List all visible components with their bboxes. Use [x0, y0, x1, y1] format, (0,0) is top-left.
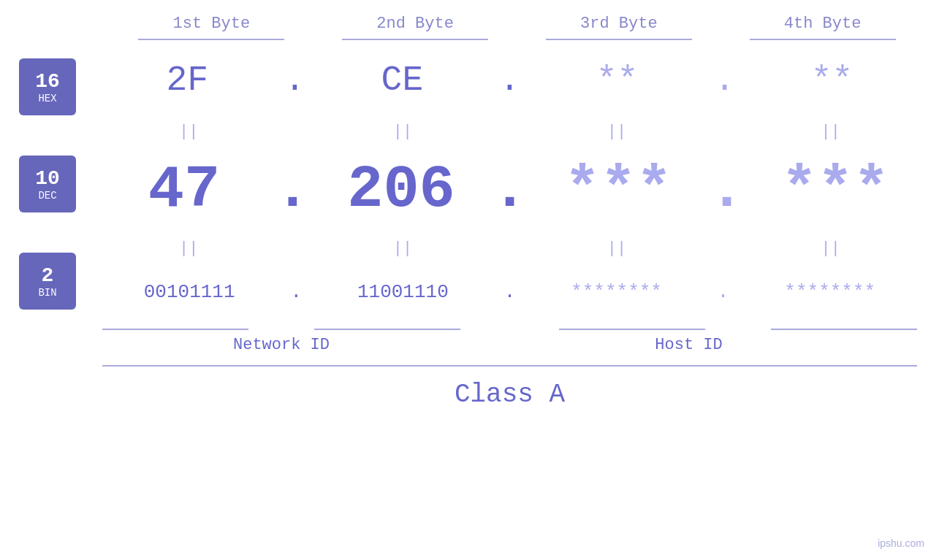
bin-row: 00101111 . 11001110 . ******** . *******… — [95, 259, 924, 325]
hex-byte-3: ** — [544, 61, 691, 100]
dec-badge: 10 DEC — [19, 156, 76, 212]
bin-number: 2 — [42, 264, 54, 287]
eq1-3: || — [544, 123, 690, 141]
host-bracket-right — [771, 329, 917, 330]
section-brackets — [95, 329, 924, 330]
dec-dot-2: . — [492, 156, 528, 224]
bin-byte-3: ******** — [544, 281, 690, 303]
main-container: 1st Byte 2nd Byte 3rd Byte 4th Byte 16 H… — [0, 0, 939, 560]
bin-byte-1: 00101111 — [116, 281, 262, 303]
net-bracket-left — [102, 329, 248, 330]
eq1-4: || — [758, 123, 904, 141]
ip-display: 2F . CE . ** . ** || || || || 47 — [95, 40, 939, 560]
byte-headers: 1st Byte 2nd Byte 3rd Byte 4th Byte — [110, 15, 924, 33]
base-badges: 16 HEX 10 DEC 2 BIN — [0, 40, 95, 560]
eq1-2: || — [330, 123, 476, 141]
hex-dot-1: . — [284, 61, 305, 100]
eq2-4: || — [758, 239, 904, 258]
bin-byte-4: ******** — [757, 281, 903, 303]
bin-dot-1: . — [290, 281, 302, 303]
hex-byte-4: ** — [759, 61, 905, 100]
dec-number: 10 — [35, 167, 60, 190]
equals-row-1: || || || || — [95, 120, 924, 142]
byte-header-3: 3rd Byte — [539, 15, 699, 33]
dec-byte-2: 206 — [328, 156, 474, 224]
host-bracket-left — [559, 329, 705, 330]
class-bracket — [102, 365, 917, 367]
hex-badge: 16 HEX — [19, 58, 76, 115]
hex-dot-2: . — [499, 61, 520, 100]
dec-byte-3: *** — [545, 156, 691, 224]
net-bracket-right — [314, 329, 460, 330]
dec-dot-1: . — [275, 156, 311, 224]
bin-dot-3: . — [718, 281, 729, 303]
dec-row: 47 . 206 . *** . *** — [95, 142, 924, 237]
content-area: 16 HEX 10 DEC 2 BIN 2F . CE . ** . ** — [0, 40, 939, 560]
watermark: ipshu.com — [878, 537, 924, 549]
bin-byte-2: 11001110 — [330, 281, 476, 303]
eq2-3: || — [544, 239, 690, 258]
dec-byte-1: 47 — [111, 156, 257, 224]
bin-dot-2: . — [504, 281, 516, 303]
eq2-2: || — [330, 239, 476, 258]
bin-label: BIN — [38, 287, 56, 299]
hex-row: 2F . CE . ** . ** — [95, 40, 924, 120]
byte-header-2: 2nd Byte — [335, 15, 495, 33]
byte-header-1: 1st Byte — [131, 15, 292, 33]
dec-byte-4: *** — [762, 156, 908, 224]
bin-badge: 2 BIN — [19, 253, 76, 310]
class-label: Class A — [95, 380, 924, 410]
hex-number: 16 — [35, 70, 60, 93]
hex-byte-1: 2F — [114, 61, 260, 100]
hex-label: HEX — [38, 93, 56, 104]
eq2-1: || — [115, 239, 262, 258]
eq1-1: || — [115, 123, 262, 141]
hex-dot-3: . — [714, 61, 735, 100]
dec-label: DEC — [38, 190, 56, 202]
network-id-label: Network ID — [102, 336, 460, 354]
dec-dot-3: . — [709, 156, 745, 224]
host-id-label: Host ID — [460, 336, 917, 354]
id-labels: Network ID Host ID — [95, 336, 924, 354]
equals-row-2: || || || || — [95, 237, 924, 259]
byte-header-4: 4th Byte — [742, 15, 903, 33]
hex-byte-2: CE — [329, 61, 475, 100]
